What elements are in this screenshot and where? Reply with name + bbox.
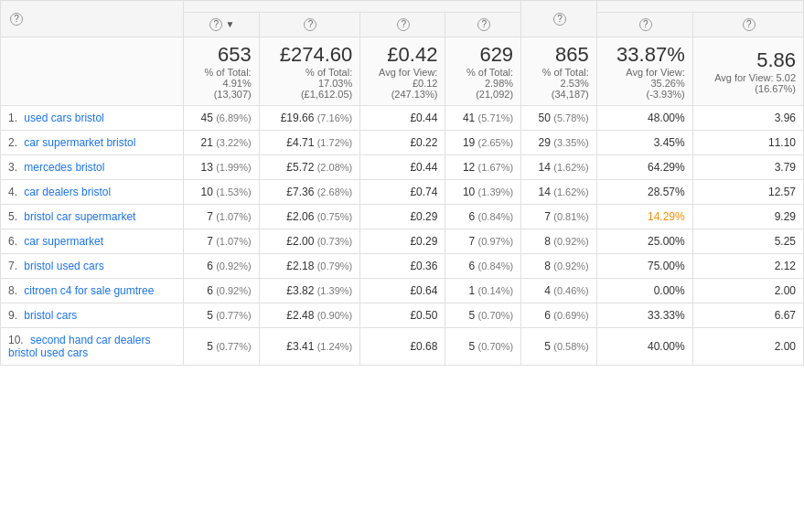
cpc-help-icon[interactable]: ? <box>397 18 410 31</box>
row-number: 3. <box>8 161 17 174</box>
row-number: 5. <box>8 210 17 223</box>
row-cost: £2.06 (0.75%) <box>259 205 360 229</box>
users-help-icon[interactable]: ? <box>477 18 490 31</box>
row-sessions: 4 (0.46%) <box>521 279 597 303</box>
pages-session-help-icon[interactable]: ? <box>743 18 756 31</box>
table-row: 7. bristol used cars 6 (0.92%) £2.18 (0.… <box>1 254 804 279</box>
table-row: 10. second hand car dealers bristol used… <box>1 328 804 366</box>
search-query-header: ? <box>1 1 184 37</box>
row-query-cell: 6. car supermarket <box>1 229 184 254</box>
row-clicks: 45 (6.89%) <box>184 106 260 131</box>
row-bounce-rate: 40.00% <box>596 328 692 366</box>
row-bounce-rate: 28.57% <box>596 180 692 205</box>
row-pages-session: 5.25 <box>692 229 803 254</box>
row-cpc: £0.50 <box>360 303 445 328</box>
row-clicks: 6 (0.92%) <box>184 279 260 303</box>
row-sessions: 5 (0.58%) <box>521 328 597 366</box>
row-cpc: £0.29 <box>360 229 445 254</box>
table-row: 9. bristol cars 5 (0.77%) £2.48 (0.90%) … <box>1 303 804 328</box>
summary-clicks: 653 % of Total:4.91%(13,307) <box>184 37 260 106</box>
behaviour-group-header <box>596 1 803 13</box>
row-users: 1 (0.14%) <box>445 279 521 303</box>
row-clicks: 13 (1.99%) <box>184 155 260 180</box>
row-clicks: 10 (1.53%) <box>184 180 260 205</box>
query-link[interactable]: used cars bristol <box>24 112 103 124</box>
row-sessions: 50 (5.78%) <box>521 106 597 131</box>
table-row: 4. car dealers bristol 10 (1.53%) £7.36 … <box>1 180 804 205</box>
table-row: 8. citroen c4 for sale gumtree 6 (0.92%)… <box>1 279 804 303</box>
row-cpc: £0.74 <box>360 180 445 205</box>
row-sessions: 8 (0.92%) <box>521 229 597 254</box>
row-bounce-rate: 33.33% <box>596 303 692 328</box>
row-bounce-rate: 3.45% <box>596 131 692 155</box>
row-clicks: 21 (3.22%) <box>184 131 260 155</box>
row-users: 10 (1.39%) <box>445 180 521 205</box>
row-users: 5 (0.70%) <box>445 303 521 328</box>
summary-cpc: £0.42 Avg for View:£0.12(247.13%) <box>360 37 445 106</box>
cost-help-icon[interactable]: ? <box>304 18 316 31</box>
bounce-rate-help-icon[interactable]: ? <box>639 18 652 31</box>
sessions-help-icon[interactable]: ? <box>553 13 566 26</box>
row-sessions: 14 (1.62%) <box>521 155 597 180</box>
row-users: 6 (0.84%) <box>445 254 521 279</box>
query-link[interactable]: mercedes bristol <box>24 161 104 174</box>
summary-query-cell <box>1 37 184 106</box>
table-row: 2. car supermarket bristol 21 (3.22%) £4… <box>1 131 804 155</box>
row-cost: £19.66 (7.16%) <box>259 106 360 131</box>
row-bounce-rate: 64.29% <box>596 155 692 180</box>
row-clicks: 7 (1.07%) <box>184 229 260 254</box>
clicks-col-header: ? ▼ <box>184 13 260 37</box>
row-query-cell: 5. bristol car supermarket <box>1 205 184 229</box>
row-pages-session: 3.96 <box>692 106 803 131</box>
query-link[interactable]: car supermarket <box>24 235 103 248</box>
row-pages-session: 9.29 <box>692 205 803 229</box>
row-pages-session: 2.00 <box>692 328 803 366</box>
summary-cost: £274.60 % of Total:17.03%(£1,612.05) <box>259 37 360 106</box>
row-cost: £4.71 (1.72%) <box>259 131 360 155</box>
row-pages-session: 2.12 <box>692 254 803 279</box>
query-link[interactable]: car dealers bristol <box>24 186 111 198</box>
row-sessions: 7 (0.81%) <box>521 205 597 229</box>
bounce-rate-col-header: ? <box>596 13 692 37</box>
summary-sessions: 865 % of Total:2.53%(34,187) <box>521 37 597 106</box>
row-cpc: £0.44 <box>360 155 445 180</box>
row-cpc: £0.29 <box>360 205 445 229</box>
sessions-header: ? <box>521 1 597 37</box>
cost-col-header: ? <box>259 13 360 37</box>
row-cost: £2.18 (0.79%) <box>259 254 360 279</box>
summary-row: 653 % of Total:4.91%(13,307) £274.60 % o… <box>1 37 804 106</box>
query-link[interactable]: bristol cars <box>24 309 77 322</box>
row-cpc: £0.22 <box>360 131 445 155</box>
row-users: 6 (0.84%) <box>445 205 521 229</box>
search-query-help-icon[interactable]: ? <box>10 13 23 26</box>
row-cost: £2.48 (0.90%) <box>259 303 360 328</box>
table-row: 3. mercedes bristol 13 (1.99%) £5.72 (2.… <box>1 155 804 180</box>
row-cost: £7.36 (2.68%) <box>259 180 360 205</box>
row-number: 9. <box>8 309 17 322</box>
row-sessions: 6 (0.69%) <box>521 303 597 328</box>
row-users: 41 (5.71%) <box>445 106 521 131</box>
query-link[interactable]: second hand car dealers bristol used car… <box>8 334 150 359</box>
row-bounce-rate: 0.00% <box>596 279 692 303</box>
clicks-help-icon[interactable]: ? <box>209 18 222 31</box>
clicks-sort-icon[interactable]: ▼ <box>225 19 234 29</box>
query-link[interactable]: car supermarket bristol <box>24 136 135 149</box>
row-query-cell: 10. second hand car dealers bristol used… <box>1 328 184 366</box>
summary-bounce-rate: 33.87% Avg for View:35.26%(-3.93%) <box>596 37 692 106</box>
row-sessions: 14 (1.62%) <box>521 180 597 205</box>
summary-users: 629 % of Total:2.98%(21,092) <box>445 37 521 106</box>
row-number: 2. <box>8 136 17 149</box>
query-link[interactable]: bristol car supermarket <box>24 210 135 223</box>
row-bounce-rate: 25.00% <box>596 229 692 254</box>
cpc-col-header: ? <box>360 13 445 37</box>
query-link[interactable]: bristol used cars <box>24 260 103 272</box>
table-row: 6. car supermarket 7 (1.07%) £2.00 (0.73… <box>1 229 804 254</box>
row-clicks: 5 (0.77%) <box>184 303 260 328</box>
row-users: 12 (1.67%) <box>445 155 521 180</box>
row-clicks: 7 (1.07%) <box>184 205 260 229</box>
row-sessions: 29 (3.35%) <box>521 131 597 155</box>
query-link[interactable]: citroen c4 for sale gumtree <box>24 284 154 297</box>
row-sessions: 8 (0.92%) <box>521 254 597 279</box>
table-row: 5. bristol car supermarket 7 (1.07%) £2.… <box>1 205 804 229</box>
users-col-header: ? <box>445 13 521 37</box>
